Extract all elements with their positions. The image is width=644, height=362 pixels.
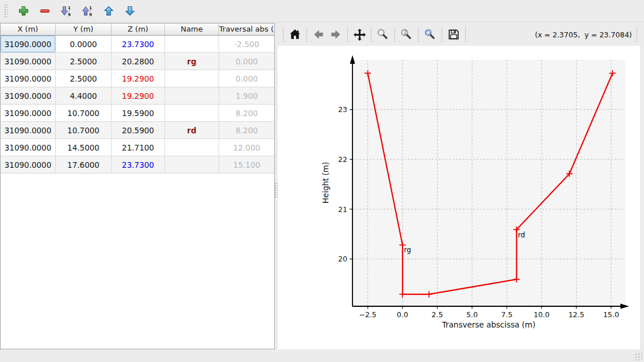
y-tick-label: 23 bbox=[338, 105, 347, 114]
cell-abs: 15.100 bbox=[219, 156, 274, 174]
move-row-down-button[interactable] bbox=[122, 3, 137, 18]
cell-abs: 12.000 bbox=[219, 139, 274, 156]
cell-x[interactable]: 31090.0000 bbox=[1, 36, 56, 53]
move-row-up-button[interactable] bbox=[101, 3, 116, 18]
cell-y[interactable]: 2.5000 bbox=[56, 53, 112, 70]
remove-row-button[interactable] bbox=[37, 3, 52, 18]
cell-z[interactable]: 23.7300 bbox=[112, 156, 165, 174]
cell-y[interactable]: 17.6000 bbox=[56, 156, 112, 174]
cell-abs: 8.200 bbox=[219, 122, 274, 139]
table-header-row: X (m) Y (m) Z (m) Name Traversal abs (m) bbox=[1, 24, 274, 36]
cell-z[interactable]: 19.2900 bbox=[112, 87, 165, 105]
x-tick-label: −2.5 bbox=[359, 310, 376, 319]
zoom-button[interactable] bbox=[374, 26, 392, 43]
sort-digit-bottom: 9 bbox=[68, 13, 71, 17]
forward-button[interactable] bbox=[327, 26, 344, 43]
zoom-one-digit: 1 bbox=[403, 29, 407, 36]
cell-x[interactable]: 31090.0000 bbox=[1, 139, 56, 156]
remove-row-icon bbox=[39, 5, 51, 17]
cell-x[interactable]: 31090.0000 bbox=[1, 105, 56, 122]
table-row: 31090.0000 4.4000 19.2900 1.900 bbox=[1, 87, 274, 105]
add-row-button[interactable] bbox=[16, 3, 31, 18]
cell-x[interactable]: 31090.0000 bbox=[1, 53, 56, 70]
cell-y[interactable]: 2.5000 bbox=[56, 70, 112, 87]
toolbar-drag-handle[interactable] bbox=[3, 3, 7, 18]
status-bar bbox=[0, 349, 644, 362]
save-button[interactable] bbox=[445, 26, 462, 43]
table-toolbar: 1 9 1 9 bbox=[0, 0, 644, 22]
y-tick-label: 22 bbox=[338, 155, 347, 164]
cell-z[interactable]: 20.5900 bbox=[112, 122, 165, 139]
cell-name[interactable]: rg bbox=[165, 53, 219, 70]
toolbar-separator bbox=[347, 27, 348, 42]
cell-name[interactable]: rd bbox=[165, 122, 219, 139]
point-label: rg bbox=[404, 246, 411, 254]
y-tick-label: 20 bbox=[338, 255, 347, 263]
sort-digit-top: 1 bbox=[68, 6, 71, 10]
cell-y[interactable]: 0.0000 bbox=[56, 36, 112, 53]
header-y[interactable]: Y (m) bbox=[56, 24, 112, 36]
pan-button[interactable] bbox=[351, 26, 368, 43]
x-tick-label: 15.0 bbox=[603, 310, 619, 319]
x-tick-label: 7.5 bbox=[501, 310, 512, 319]
plot-canvas[interactable]: −2.50.02.55.07.510.012.515.020212223rgrd… bbox=[278, 46, 640, 349]
toolbar-separator bbox=[394, 27, 395, 42]
cell-z[interactable]: 19.5900 bbox=[112, 105, 165, 122]
cell-x[interactable]: 31090.0000 bbox=[1, 122, 56, 139]
x-tick-label: 2.5 bbox=[432, 310, 443, 319]
cell-name[interactable] bbox=[165, 70, 219, 87]
sort-descending-button[interactable]: 1 9 bbox=[59, 3, 74, 18]
sort-digit-top: 1 bbox=[89, 6, 92, 10]
x-tick-label: 0.0 bbox=[397, 310, 408, 319]
table-row: 31090.0000 17.6000 23.7300 15.100 bbox=[1, 156, 274, 174]
back-icon bbox=[312, 28, 325, 41]
window-resize-grip[interactable] bbox=[634, 352, 642, 360]
back-button[interactable] bbox=[310, 26, 327, 43]
cell-abs: -2.500 bbox=[219, 36, 274, 53]
x-tick-label: 10.0 bbox=[534, 310, 550, 319]
cell-z[interactable]: 23.7300 bbox=[112, 36, 165, 53]
toolbar-separator bbox=[371, 27, 371, 42]
cell-x[interactable]: 31090.0000 bbox=[1, 70, 56, 87]
sort-ascending-button[interactable]: 1 9 bbox=[80, 3, 95, 18]
x-tick-label: 12.5 bbox=[568, 310, 584, 319]
header-z[interactable]: Z (m) bbox=[112, 24, 165, 36]
header-traversal-abs[interactable]: Traversal abs (m) bbox=[219, 24, 274, 36]
cell-abs: 1.900 bbox=[219, 87, 274, 105]
cell-y[interactable]: 10.7000 bbox=[56, 105, 112, 122]
header-x[interactable]: X (m) bbox=[1, 24, 56, 36]
table-row: 31090.0000 2.5000 20.2800 rg 0.000 bbox=[1, 53, 274, 70]
sort-digit-bottom: 9 bbox=[89, 13, 92, 17]
forward-icon bbox=[329, 28, 342, 41]
cell-y[interactable]: 4.4000 bbox=[56, 87, 112, 105]
cell-y[interactable]: 14.5000 bbox=[56, 139, 112, 156]
cell-x[interactable]: 31090.0000 bbox=[1, 156, 56, 174]
cell-name[interactable] bbox=[165, 156, 219, 174]
home-icon bbox=[289, 28, 301, 41]
cell-z[interactable]: 21.7100 bbox=[112, 139, 165, 156]
cell-x[interactable]: 31090.0000 bbox=[1, 87, 56, 105]
save-icon bbox=[447, 28, 460, 41]
cell-y[interactable]: 10.7000 bbox=[56, 122, 112, 139]
points-table: X (m) Y (m) Z (m) Name Traversal abs (m)… bbox=[0, 23, 275, 349]
cell-abs: 8.200 bbox=[219, 105, 274, 122]
toolbar-separator bbox=[465, 27, 466, 42]
toolbar-separator bbox=[637, 27, 637, 42]
y-axis-label: Height (m) bbox=[321, 162, 330, 204]
y-tick-label: 21 bbox=[338, 205, 347, 214]
pan-icon bbox=[353, 28, 366, 41]
cross-section-plot: −2.50.02.55.07.510.012.515.020212223rgrd… bbox=[278, 46, 640, 349]
zoom-one-button[interactable]: 1 bbox=[398, 26, 415, 43]
cell-z[interactable]: 19.2900 bbox=[112, 70, 165, 87]
header-name[interactable]: Name bbox=[165, 24, 219, 36]
cell-name[interactable] bbox=[165, 36, 219, 53]
cell-z[interactable]: 20.2800 bbox=[112, 53, 165, 70]
cell-name[interactable] bbox=[165, 139, 219, 156]
toolbar-separator bbox=[418, 27, 419, 42]
table-row: 31090.0000 2.5000 19.2900 0.000 bbox=[1, 70, 274, 87]
cell-name[interactable] bbox=[165, 105, 219, 122]
zoom-fit-button[interactable] bbox=[421, 26, 439, 43]
sort-ascending-icon: 1 9 bbox=[82, 5, 93, 17]
cell-name[interactable] bbox=[165, 87, 219, 105]
home-button[interactable] bbox=[286, 26, 304, 43]
